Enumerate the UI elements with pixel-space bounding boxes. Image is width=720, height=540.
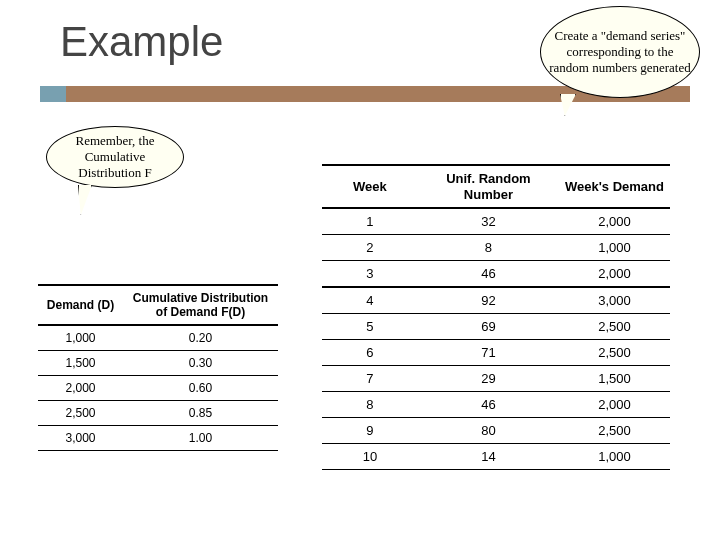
cell: 3,000 xyxy=(559,287,670,314)
table-row: 6712,500 xyxy=(322,340,670,366)
cell: 1.00 xyxy=(123,426,278,451)
series-header-rand: Unif. Random Number xyxy=(418,165,559,208)
cdf-header-demand: Demand (D) xyxy=(38,285,123,325)
cdf-header-cum: Cumulative Distribution of Demand F(D) xyxy=(123,285,278,325)
callout-left-tail xyxy=(78,185,92,215)
cell: 2,000 xyxy=(559,261,670,288)
cell: 92 xyxy=(418,287,559,314)
cell: 0.20 xyxy=(123,325,278,351)
table-row: 2,5000.85 xyxy=(38,401,278,426)
cell: 1,000 xyxy=(559,235,670,261)
table-row: 7291,500 xyxy=(322,366,670,392)
callout-top-text: Create a "demand series" corresponding t… xyxy=(549,28,691,77)
demand-series-table: Week Unif. Random Number Week's Demand 1… xyxy=(322,164,670,470)
table-row: 1322,000 xyxy=(322,208,670,235)
table-row: 3,0001.00 xyxy=(38,426,278,451)
series-header-week: Week xyxy=(322,165,418,208)
table-row: 4923,000 xyxy=(322,287,670,314)
cell: 8 xyxy=(418,235,559,261)
cell: 0.60 xyxy=(123,376,278,401)
accent-tab xyxy=(40,86,66,102)
cell: 1,000 xyxy=(559,444,670,470)
callout-left-text: Remember, the Cumulative Distribution F xyxy=(55,133,175,182)
cell: 32 xyxy=(418,208,559,235)
cell: 2,500 xyxy=(559,418,670,444)
cell: 2 xyxy=(322,235,418,261)
cell: 2,000 xyxy=(559,208,670,235)
table-row: 281,000 xyxy=(322,235,670,261)
page-title: Example xyxy=(60,18,223,66)
cell: 9 xyxy=(322,418,418,444)
cell: 2,000 xyxy=(559,392,670,418)
cell: 2,000 xyxy=(38,376,123,401)
cell: 29 xyxy=(418,366,559,392)
cell: 4 xyxy=(322,287,418,314)
cell: 10 xyxy=(322,444,418,470)
cell: 1,500 xyxy=(38,351,123,376)
cell: 8 xyxy=(322,392,418,418)
cell: 2,500 xyxy=(559,340,670,366)
callout-top-tail xyxy=(560,94,576,116)
cell: 5 xyxy=(322,314,418,340)
callout-top: Create a "demand series" corresponding t… xyxy=(540,6,700,98)
cell: 1,000 xyxy=(38,325,123,351)
table-row: 1,0000.20 xyxy=(38,325,278,351)
cell: 46 xyxy=(418,261,559,288)
cell: 6 xyxy=(322,340,418,366)
cell: 7 xyxy=(322,366,418,392)
cell: 3 xyxy=(322,261,418,288)
cell: 1,500 xyxy=(559,366,670,392)
series-header-demand: Week's Demand xyxy=(559,165,670,208)
table-row: 2,0000.60 xyxy=(38,376,278,401)
cdf-table: Demand (D) Cumulative Distribution of De… xyxy=(38,284,278,451)
table-row: 1,5000.30 xyxy=(38,351,278,376)
cell: 1 xyxy=(322,208,418,235)
table-row: 8462,000 xyxy=(322,392,670,418)
table-row: 9802,500 xyxy=(322,418,670,444)
cell: 69 xyxy=(418,314,559,340)
cell: 2,500 xyxy=(559,314,670,340)
table-row: 3462,000 xyxy=(322,261,670,288)
cell: 0.85 xyxy=(123,401,278,426)
cell: 14 xyxy=(418,444,559,470)
table-row: 5692,500 xyxy=(322,314,670,340)
cell: 46 xyxy=(418,392,559,418)
cell: 71 xyxy=(418,340,559,366)
table-row: 10141,000 xyxy=(322,444,670,470)
cell: 0.30 xyxy=(123,351,278,376)
cell: 3,000 xyxy=(38,426,123,451)
callout-left: Remember, the Cumulative Distribution F xyxy=(46,126,184,188)
cell: 2,500 xyxy=(38,401,123,426)
cell: 80 xyxy=(418,418,559,444)
